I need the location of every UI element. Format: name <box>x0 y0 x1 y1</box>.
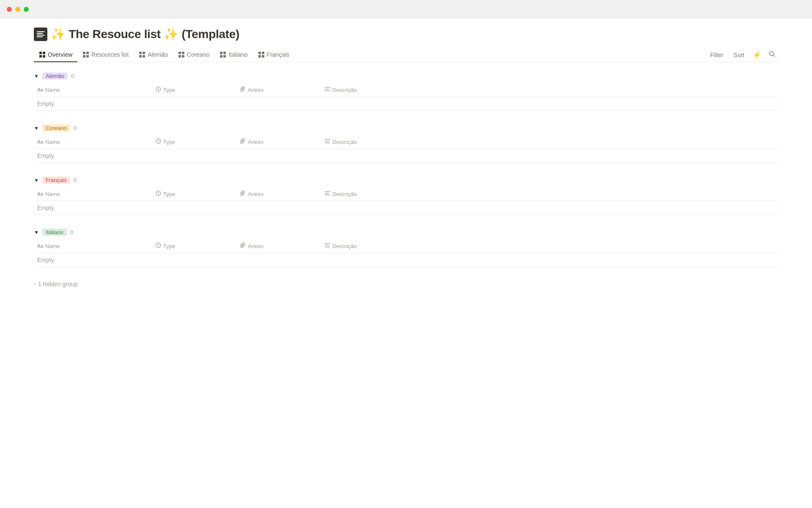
paperclip-icon-2 <box>240 138 246 145</box>
group-coreano-header[interactable]: ▼ Coreano 0 <box>34 124 778 132</box>
search-icon <box>769 51 776 59</box>
col-type-2: Type <box>152 137 237 147</box>
tab-resources-list[interactable]: Resources list <box>77 48 134 62</box>
group-italiano-count: 0 <box>70 229 73 235</box>
lines-icon <box>325 86 330 93</box>
chevron-right-icon: › <box>34 281 36 287</box>
text-icon: Aa <box>37 87 43 92</box>
sort-label: Sort <box>733 52 744 58</box>
svg-rect-10 <box>83 55 85 58</box>
svg-line-44 <box>159 193 159 194</box>
col-name-3: Aa Name <box>34 189 152 199</box>
group-alemao: ▼ Alemão 0 Aa Name <box>34 72 778 111</box>
page-header: ✨ The Resouce list ✨ (Template) <box>34 27 778 41</box>
tab-coreano[interactable]: Coreano <box>173 48 215 62</box>
group-coreano-tag: Coreano <box>42 124 70 132</box>
col-anexo-label-4: Anexo <box>248 243 263 249</box>
col-desc-4: Descrição <box>321 241 778 251</box>
svg-rect-15 <box>143 55 145 58</box>
group-alemao-tag: Alemão <box>42 72 68 80</box>
tab-coreano-label: Coreano <box>187 51 210 58</box>
col-desc-2: Descrição <box>321 137 778 147</box>
group-alemao-count: 0 <box>71 73 74 79</box>
close-button[interactable] <box>7 7 12 12</box>
tab-overview[interactable]: Overview <box>34 48 77 62</box>
group-coreano-empty: Empty. <box>34 149 778 163</box>
clock-icon-2 <box>156 138 161 145</box>
svg-rect-24 <box>258 52 261 54</box>
clock-icon <box>156 86 161 93</box>
svg-rect-8 <box>83 52 85 54</box>
group-italiano-tag: Italiano <box>42 229 67 236</box>
hidden-group[interactable]: › 1 hidden group <box>34 281 778 287</box>
filter-label: Filter <box>710 52 723 58</box>
col-type: Type <box>152 85 237 95</box>
svg-rect-3 <box>37 36 43 37</box>
table-icon-3 <box>139 51 145 58</box>
tab-italiano[interactable]: Italiano <box>214 48 252 62</box>
group-coreano-table: Aa Name Type <box>34 135 778 163</box>
maximize-button[interactable] <box>24 7 29 12</box>
table-header: Aa Name Type <box>34 83 778 97</box>
page-content: ✨ The Resouce list ✨ (Template) Overview <box>0 19 812 304</box>
paperclip-icon-4 <box>240 243 246 249</box>
col-anexo-label-3: Anexo <box>248 191 263 197</box>
group-italiano: ▼ Italiano 0 Aa Name <box>34 229 778 267</box>
tab-resources-list-label: Resources list <box>91 51 129 58</box>
svg-line-38 <box>159 141 159 142</box>
table-icon-4 <box>178 51 185 58</box>
svg-rect-17 <box>182 52 184 54</box>
col-anexo-3: Anexo <box>237 189 321 199</box>
lines-icon-3 <box>325 190 330 197</box>
group-italiano-header[interactable]: ▼ Italiano 0 <box>34 229 778 236</box>
group-alemao-header[interactable]: ▼ Alemão 0 <box>34 72 778 80</box>
col-anexo-label: Anexo <box>248 87 263 93</box>
col-desc-3: Descrição <box>321 189 778 199</box>
svg-rect-16 <box>178 52 181 54</box>
svg-line-50 <box>159 246 159 246</box>
svg-rect-25 <box>262 52 264 54</box>
group-frances-header[interactable]: ▼ Français 0 <box>34 177 778 184</box>
tab-alemao[interactable]: Alemão <box>134 48 173 62</box>
group-frances: ▼ Français 0 Aa Name <box>34 177 778 215</box>
group-frances-tag: Français <box>42 177 70 184</box>
col-desc-label-2: Descrição <box>332 139 357 145</box>
tab-frances[interactable]: Français <box>253 48 295 62</box>
svg-rect-11 <box>86 55 89 58</box>
col-type-label-3: Type <box>163 191 175 197</box>
table-header-2: Aa Name Type <box>34 135 778 149</box>
group-frances-count: 0 <box>74 177 77 183</box>
text-icon-3: Aa <box>37 191 43 196</box>
svg-rect-5 <box>43 52 45 54</box>
tabs-bar: Overview Resources list <box>34 48 778 62</box>
col-desc: Descrição <box>321 85 778 95</box>
svg-rect-14 <box>139 55 142 58</box>
lightning-button[interactable]: ⚡ <box>751 49 763 61</box>
table-header-3: Aa Name Type <box>34 187 778 201</box>
chevron-down-icon: ▼ <box>34 73 39 79</box>
search-button[interactable] <box>766 49 778 61</box>
minimize-button[interactable] <box>15 7 20 12</box>
groups-container: ▼ Alemão 0 Aa Name <box>34 72 778 287</box>
svg-rect-13 <box>143 52 145 54</box>
group-coreano: ▼ Coreano 0 Aa Name <box>34 124 778 163</box>
table-icon <box>39 51 46 58</box>
page-title: ✨ The Resouce list ✨ (Template) <box>51 27 239 41</box>
col-desc-label: Descrição <box>332 87 357 93</box>
sort-button[interactable]: Sort <box>730 50 748 60</box>
svg-rect-0 <box>37 31 44 32</box>
lines-icon-4 <box>325 243 330 249</box>
svg-rect-20 <box>220 52 222 54</box>
col-anexo-2: Anexo <box>237 137 321 147</box>
table-icon-6 <box>258 51 265 58</box>
col-name-2: Aa Name <box>34 137 152 147</box>
page-icon <box>34 28 47 41</box>
svg-rect-2 <box>37 35 44 36</box>
paperclip-icon <box>240 86 246 93</box>
svg-line-29 <box>774 55 775 57</box>
group-frances-empty: Empty. <box>34 201 778 215</box>
svg-rect-27 <box>262 55 264 58</box>
col-type-label-2: Type <box>163 139 175 145</box>
filter-button[interactable]: Filter <box>707 50 727 60</box>
svg-rect-4 <box>39 52 42 54</box>
